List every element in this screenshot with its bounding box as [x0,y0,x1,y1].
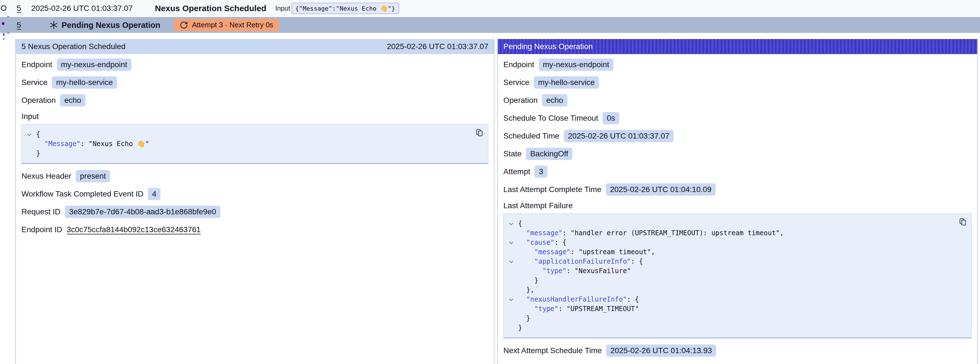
field-label: Schedule To Close Timeout [503,114,598,123]
field-value-chip: my-hello-service [534,77,599,89]
code-line: } [506,314,952,323]
field-label: Operation [21,96,56,105]
event-id-link[interactable]: 5 [17,21,21,30]
field-label: Last Attempt Complete Time [503,185,601,194]
json-text: : "upstream timeout", [571,248,655,256]
input-section-label: Input [21,112,488,121]
history-row-pending-nexus-operation[interactable]: 5 Pending Nexus Operation Attempt 3 · Ne… [0,17,980,33]
field-value-chip: echo [60,94,86,107]
field-value-chip: my-nexus-endpoint [539,59,613,71]
field-label: Nexus Header [21,172,71,180]
field-label: Next Attempt Schedule Time [503,346,602,355]
field-value-chip: 2025-02-26 UTC 01:03:37.07 [564,130,674,142]
json-key: "message" [526,229,562,237]
field-label: Service [503,78,529,87]
json-text: { [36,131,40,138]
json-text: { [518,220,522,227]
copy-button[interactable] [959,218,967,226]
detail-field-row: Nexus Headerpresent [21,170,488,182]
json-text: : { [627,295,639,303]
code-line: "message": "upstream timeout", [506,247,952,257]
field-label: Endpoint ID [21,225,62,234]
code-line: { [506,219,952,228]
code-line: "nexusHandlerFailureInfo": { [506,295,952,304]
event-name: Pending Nexus Operation [62,20,161,30]
detail-field-row: Schedule To Close Timeout0s [503,112,972,124]
history-row-nexus-operation-scheduled[interactable]: 5 2025-02-26 UTC 01:03:37.07 Nexus Opera… [0,0,980,16]
field-label: Endpoint [503,60,534,69]
detail-field-row: Servicemy-hello-service [21,77,488,89]
json-key: "message" [534,248,571,256]
json-text: : { [631,257,643,265]
code-line: } [24,148,469,158]
field-value-chip: 4 [148,188,161,200]
pending-operation-fields: Endpointmy-nexus-endpointServicemy-hello… [503,59,972,196]
event-detail-panel-header: 5 Nexus Operation Scheduled 2025-02-26 U… [16,39,494,54]
detail-field-row: Endpointmy-nexus-endpoint [21,59,488,71]
field-value-chip: 2025-02-26 UTC 01:04:13.93 [606,345,716,357]
json-key: "type" [534,305,558,313]
collapse-chevron-icon[interactable] [509,241,513,244]
event-detail-panel: 5 Nexus Operation Scheduled 2025-02-26 U… [15,39,495,364]
json-text: } [526,315,530,322]
pending-operation-fields: Next Attempt Schedule Time2025-02-26 UTC… [503,345,972,357]
field-value-chip: my-hello-service [52,77,117,89]
code-line: "applicationFailureInfo": { [506,257,952,266]
copy-icon [475,128,484,137]
detail-field-row: Scheduled Time2025-02-26 UTC 01:03:37.07 [503,130,972,142]
event-name: Nexus Operation Scheduled [155,4,266,13]
json-key: "Message" [44,140,81,148]
failure-json-viewer: {"message": "handler error (UPSTREAM_TIM… [506,219,952,332]
code-line: "type": "UPSTREAM_TIMEOUT" [506,304,952,314]
field-value-chip: 3e829b7e-7d67-4b08-aad3-b1e868bfe9e0 [65,206,220,218]
copy-button[interactable] [475,128,484,137]
input-preview-chip: {"Message":"Nexus Echo 👋"} [291,3,399,14]
detail-field-row: Endpointmy-nexus-endpoint [503,59,972,71]
detail-field-row: Attempt3 [503,166,972,178]
pending-asterisk-icon [49,20,59,30]
field-value-link[interactable]: 3c0c75ccfa8144b092c13ce632463761 [67,225,200,234]
detail-field-row: Next Attempt Schedule Time2025-02-26 UTC… [503,345,972,357]
field-label: Attempt [503,167,530,176]
pending-operation-panel-header: Pending Nexus Operation [498,39,977,54]
panel-title: Pending Nexus Operation [503,42,593,51]
code-line: }, [506,285,952,295]
pending-operation-panel: Pending Nexus Operation Endpointmy-nexus… [497,39,978,364]
collapse-chevron-icon[interactable] [27,133,31,136]
field-label: Service [21,78,47,87]
timeline-node-open-icon[interactable] [1,5,6,11]
input-label: Input [275,5,290,12]
code-line: "message": "handler error (UPSTREAM_TIME… [506,228,952,238]
collapse-chevron-icon[interactable] [509,297,513,301]
code-line: } [506,276,952,285]
input-code-block: {"Message": "Nexus Echo 👋"} [21,124,488,164]
field-label: Scheduled Time [503,132,559,140]
field-label: Endpoint [21,60,52,69]
json-text: } [534,276,538,284]
event-id-link[interactable]: 5 [17,4,21,13]
code-line: } [506,323,952,332]
field-value-chip: present [76,170,110,182]
collapse-chevron-icon[interactable] [509,222,513,225]
field-label: Request ID [21,208,60,216]
field-label: Operation [503,96,538,105]
copy-icon [959,218,967,226]
field-value-chip: echo [542,94,568,107]
json-key: "applicationFailureInfo" [534,257,631,265]
json-text: } [518,324,522,332]
field-value-chip: 0s [603,112,619,124]
json-text: : "UPSTREAM_TIMEOUT" [558,305,639,313]
detail-field-row: Servicemy-hello-service [503,77,972,89]
field-label: State [503,149,522,158]
field-label: Workflow Task Completed Event ID [21,190,143,198]
collapse-chevron-icon[interactable] [509,259,513,263]
event-timestamp: 2025-02-26 UTC 01:03:37.07 [31,4,133,13]
json-key: "type" [542,267,566,275]
json-text: : "NexusFailure" [566,267,631,275]
timeline-node-current-icon[interactable] [1,21,6,26]
detail-field-row: StateBackingOff [503,148,972,160]
panel-title: 5 Nexus Operation Scheduled [21,42,126,51]
code-line: "cause": { [506,238,952,247]
detail-field-row: Endpoint ID3c0c75ccfa8144b092c13ce632463… [21,224,488,236]
field-value-chip: 3 [535,166,547,178]
